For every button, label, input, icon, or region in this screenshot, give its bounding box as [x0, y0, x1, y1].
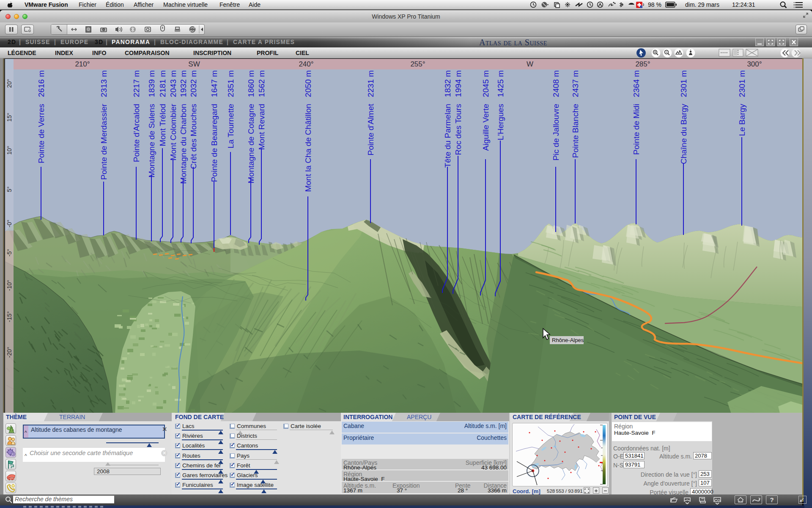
svg-text:Chaîne du Bargy 2301 m: Chaîne du Bargy 2301 m [679, 70, 688, 164]
svg-text:Pointe de Verres 2616 m: Pointe de Verres 2616 m [37, 70, 46, 163]
svg-text:Montagne de Cotagne 1860 m: Montagne de Cotagne 1860 m [247, 70, 255, 183]
svg-text:Pointe de Midi 2364 m: Pointe de Midi 2364 m [632, 70, 641, 155]
svg-text:285°: 285° [635, 60, 650, 68]
svg-text:Aiguille Verte 2045 m: Aiguille Verte 2045 m [481, 70, 490, 151]
svg-text:5°: 5° [6, 186, 13, 192]
svg-text:Mont Revard 1562 m: Mont Revard 1562 m [257, 70, 266, 150]
svg-text:-20°: -20° [6, 347, 13, 358]
svg-text:W: W [527, 60, 533, 68]
svg-text:Pointe d'Almet 2231 m: Pointe d'Almet 2231 m [366, 70, 375, 155]
svg-text:Crêt des Mouches 2032 m: Crêt des Mouches 2032 m [189, 70, 198, 169]
svg-text:Pointe de Beauregard 1647 m: Pointe de Beauregard 1647 m [210, 70, 219, 182]
svg-text:L'Hergues 1425 m: L'Hergues 1425 m [496, 70, 505, 140]
svg-text:Tête du Parmelan 1832 m: Tête du Parmelan 1832 m [443, 70, 452, 168]
svg-text:240°: 240° [299, 60, 313, 68]
svg-text:10°: 10° [6, 146, 13, 155]
svg-text:Rhône-Alpes: Rhône-Alpes [552, 337, 584, 343]
svg-text:Mont la Cha de Châtillon 205: Mont la Cha de Châtillon 2050 m [304, 70, 313, 192]
svg-text:Pointe d'Arcalod 2217 m: Pointe d'Arcalod 2217 m [132, 70, 141, 162]
svg-text:20°: 20° [6, 79, 13, 88]
svg-text:Mont Trélod 2181 m: Mont Trélod 2181 m [158, 70, 167, 146]
svg-text:Pic de Jallouvre 2408 m: Pic de Jallouvre 2408 m [551, 70, 560, 160]
svg-text:-5°: -5° [6, 249, 13, 257]
svg-text:Pointe Blanche 2437 m: Pointe Blanche 2437 m [571, 70, 580, 158]
svg-text:SW: SW [188, 60, 200, 68]
svg-text:255°: 255° [410, 60, 425, 68]
svg-text:-0°: -0° [6, 220, 13, 227]
svg-text:Pointe de Merdassier 2313 m: Pointe de Merdassier 2313 m [99, 70, 108, 180]
svg-text:Roc des Tours 1994 m: Roc des Tours 1994 m [454, 70, 463, 155]
svg-text:210°: 210° [75, 60, 90, 68]
svg-text:15°: 15° [6, 113, 13, 121]
svg-text:-10°: -10° [6, 280, 13, 291]
svg-text:-15°: -15° [6, 311, 13, 322]
svg-text:Montagne du Charbon 1932 m: Montagne du Charbon 1932 m [179, 70, 188, 184]
svg-text:Le Bargy 2301 m: Le Bargy 2301 m [738, 70, 746, 136]
svg-text:Montagne de Sulens 1839 m: Montagne de Sulens 1839 m [147, 70, 156, 178]
svg-text:La Tournette 2351 m: La Tournette 2351 m [226, 70, 235, 149]
svg-text:Mont Colombier 2043 m: Mont Colombier 2043 m [169, 70, 178, 160]
svg-text:300°: 300° [747, 60, 762, 68]
